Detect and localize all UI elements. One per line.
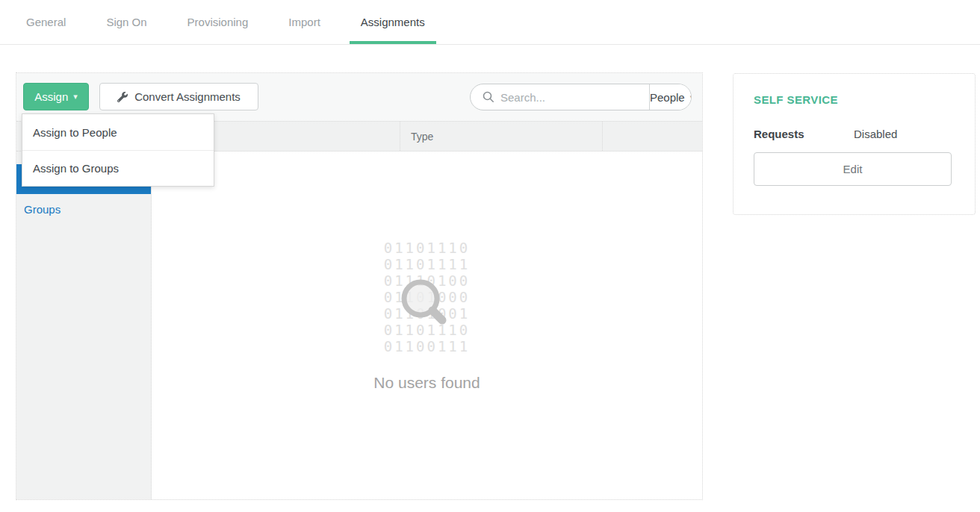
type-column-header: Type	[411, 122, 433, 151]
binary-art-row: 01100111	[384, 338, 471, 355]
magnifying-glass-icon	[391, 269, 452, 333]
assign-button[interactable]: Assign ▾	[23, 83, 89, 110]
app-tabs: General Sign On Provisioning Import Assi…	[0, 0, 980, 45]
menu-item-assign-to-groups[interactable]: Assign to Groups	[22, 150, 214, 186]
tab-import[interactable]: Import	[277, 0, 332, 44]
assign-button-label: Assign	[34, 90, 68, 103]
search-scope-dropdown[interactable]: People ▾	[649, 84, 692, 110]
search-icon	[483, 91, 494, 103]
chevron-down-icon: ▾	[73, 92, 78, 102]
assignment-filter-sidebar: Groups	[16, 152, 152, 499]
search-field	[471, 84, 649, 110]
tab-provisioning[interactable]: Provisioning	[176, 0, 260, 44]
column-divider	[400, 122, 400, 151]
menu-item-assign-to-people[interactable]: Assign to People	[22, 114, 214, 150]
requests-status-value: Disabled	[854, 128, 897, 140]
search-input[interactable]	[500, 91, 649, 104]
no-users-found-message: No users found	[373, 374, 480, 392]
wrench-icon	[117, 92, 128, 102]
convert-assignments-button[interactable]: Convert Assignments	[99, 83, 258, 110]
self-service-title: SELF SERVICE	[754, 93, 955, 106]
requests-label: Requests	[754, 128, 854, 140]
tab-assignments[interactable]: Assignments	[350, 0, 436, 44]
binary-art-row: 01101110	[384, 240, 471, 256]
tab-general[interactable]: General	[15, 0, 77, 44]
column-divider	[602, 122, 603, 151]
tab-sign-on[interactable]: Sign On	[95, 0, 158, 44]
search-combo: People ▾	[470, 84, 692, 110]
self-service-panel: SELF SERVICE Requests Disabled Edit	[733, 73, 976, 215]
empty-state: 01101110 01101111 01110100 01101000 0110…	[152, 152, 702, 499]
sidebar-item-groups[interactable]: Groups	[16, 194, 151, 224]
edit-button[interactable]: Edit	[754, 152, 952, 186]
convert-assignments-label: Convert Assignments	[134, 90, 241, 103]
chevron-down-icon: ▾	[690, 93, 692, 102]
search-scope-label: People	[650, 91, 685, 104]
assign-dropdown-menu: Assign to People Assign to Groups	[22, 113, 214, 187]
